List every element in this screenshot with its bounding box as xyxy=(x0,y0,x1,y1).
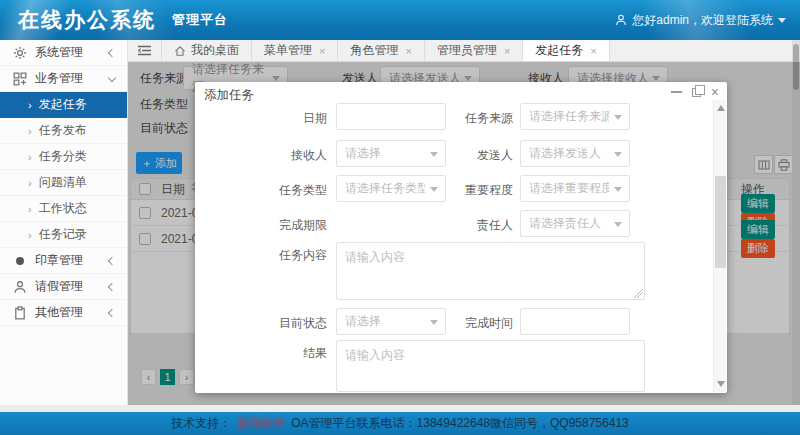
sidebar-item-label: 发起任务 xyxy=(39,96,87,113)
close-tab-icon[interactable]: × xyxy=(405,45,411,57)
sidebar-item-work-status[interactable]: › 工作状态 xyxy=(0,196,127,222)
seal-icon xyxy=(13,254,27,268)
footer-prefix: 技术支持： xyxy=(171,415,231,432)
select-placeholder: 请选择任务类型 xyxy=(345,180,425,197)
modal-header: 添加任务 × xyxy=(195,82,727,102)
tab-label: 发起任务 xyxy=(535,42,583,59)
close-tab-icon[interactable]: × xyxy=(319,45,325,57)
sidebar-item-label: 系统管理 xyxy=(35,44,83,61)
chevron-left-icon xyxy=(108,48,116,56)
sidebar-item-other[interactable]: 其他管理 xyxy=(0,300,127,326)
finish-time-input[interactable] xyxy=(520,308,630,335)
importance-select[interactable]: 请选择重要程度 xyxy=(520,175,630,202)
sidebar-item-issue-list[interactable]: › 问题清单 xyxy=(0,170,127,196)
sidebar-item-task-record[interactable]: › 任务记录 xyxy=(0,222,127,248)
close-icon[interactable]: × xyxy=(711,87,719,97)
field-label-deadline: 完成期限 xyxy=(231,217,327,234)
tab-admin-management[interactable]: 管理员管理 × xyxy=(425,40,523,61)
select-placeholder: 请选择 xyxy=(345,145,381,162)
sidebar-item-initiate-task[interactable]: › 发起任务 xyxy=(0,92,127,118)
select-caret-icon xyxy=(614,152,622,157)
sidebar-item-task-category[interactable]: › 任务分类 xyxy=(0,144,127,170)
tab-label: 角色管理 xyxy=(350,42,398,59)
close-tab-icon[interactable]: × xyxy=(504,45,510,57)
select-caret-icon xyxy=(614,222,622,227)
submenu-arrow-icon: › xyxy=(28,151,32,163)
tab-initiate-task[interactable]: 发起任务 × xyxy=(523,40,609,61)
chevron-left-icon xyxy=(108,308,116,316)
sidebar: 系统管理 业务管理 › 发起任务 › 任务发布 › 任务分类 › 问题清单 › … xyxy=(0,40,128,405)
sidebar-item-leave[interactable]: 请假管理 xyxy=(0,274,127,300)
source-select[interactable]: 请选择任务来源 xyxy=(520,103,630,130)
add-task-modal: 添加任务 × 日期 任务来源 请选择任务来源 接收人 请选择 发送人 请选择发送… xyxy=(195,82,727,393)
footer-contact: OA管理平台联系电话：13849422648微信同号，QQ958756413 xyxy=(291,415,628,432)
submenu-arrow-icon: › xyxy=(28,99,32,111)
select-placeholder: 请选择重要程度 xyxy=(529,180,609,197)
select-placeholder: 请选择责任人 xyxy=(529,215,601,232)
tab-label: 我的桌面 xyxy=(191,42,239,59)
field-label-owner: 责任人 xyxy=(417,217,513,234)
top-bar: 在线办公系统 管理平台 您好admin，欢迎登陆系统 xyxy=(0,0,800,40)
field-label-importance: 重要程度 xyxy=(417,182,513,199)
field-label-source: 任务来源 xyxy=(417,110,513,127)
scroll-up-icon[interactable] xyxy=(717,105,725,111)
sidebar-item-task-publish[interactable]: › 任务发布 xyxy=(0,118,127,144)
field-label-result: 结果 xyxy=(231,345,327,362)
minimize-icon[interactable] xyxy=(671,91,682,93)
submenu-arrow-icon: › xyxy=(28,229,32,241)
select-placeholder: 请选择任务来源 xyxy=(529,108,609,125)
sidebar-item-seal[interactable]: 印章管理 xyxy=(0,248,127,274)
clipboard-icon xyxy=(13,306,27,320)
sidebar-item-system[interactable]: 系统管理 xyxy=(0,40,127,66)
scrollbar-thumb[interactable] xyxy=(715,176,726,268)
sidebar-item-label: 任务记录 xyxy=(39,226,87,243)
select-placeholder: 请选择发送人 xyxy=(529,145,601,162)
select-caret-icon xyxy=(614,187,622,192)
tab-label: 管理员管理 xyxy=(437,42,497,59)
submenu-arrow-icon: › xyxy=(28,177,32,189)
tab-menu-management[interactable]: 菜单管理 × xyxy=(252,40,338,61)
field-label-date: 日期 xyxy=(231,110,327,127)
sidebar-item-label: 业务管理 xyxy=(35,70,83,87)
tab-role-management[interactable]: 角色管理 × xyxy=(338,40,424,61)
modal-title: 添加任务 xyxy=(204,87,254,104)
gear-icon xyxy=(13,46,27,60)
home-icon xyxy=(174,45,186,57)
owner-select[interactable]: 请选择责任人 xyxy=(520,210,630,237)
submenu-arrow-icon: › xyxy=(28,125,32,137)
field-label-finish-time: 完成时间 xyxy=(417,315,513,332)
modules-icon xyxy=(13,72,27,86)
pre-footer-strip xyxy=(0,405,800,412)
person-icon xyxy=(13,280,27,294)
tab-label: 菜单管理 xyxy=(264,42,312,59)
maximize-icon[interactable] xyxy=(692,88,701,97)
field-label-receiver: 接收人 xyxy=(231,147,327,164)
content-textarea[interactable] xyxy=(336,242,645,300)
tab-bar: 我的桌面 菜单管理 × 角色管理 × 管理员管理 × 发起任务 × xyxy=(128,40,792,62)
result-textarea[interactable] xyxy=(336,340,645,392)
user-greeting: 您好admin，欢迎登陆系统 xyxy=(632,12,773,29)
sidebar-item-label: 问题清单 xyxy=(39,174,87,191)
modal-scrollbar[interactable] xyxy=(713,100,726,392)
user-menu[interactable]: 您好admin，欢迎登陆系统 xyxy=(615,12,786,29)
sidebar-item-label: 任务分类 xyxy=(39,148,87,165)
sidebar-item-label: 工作状态 xyxy=(39,200,87,217)
chevron-left-icon xyxy=(108,256,116,264)
scroll-down-icon[interactable] xyxy=(717,381,725,387)
sidebar-item-business[interactable]: 业务管理 xyxy=(0,66,127,92)
select-caret-icon xyxy=(614,115,622,120)
footer-brand: 新翔软件 xyxy=(237,415,285,432)
sidebar-item-label: 印章管理 xyxy=(35,252,83,269)
collapse-sidebar-icon[interactable] xyxy=(128,40,162,61)
sender-select[interactable]: 请选择发送人 xyxy=(520,140,630,167)
field-label-sender: 发送人 xyxy=(417,147,513,164)
user-caret-icon xyxy=(778,18,786,23)
close-tab-icon[interactable]: × xyxy=(590,45,596,57)
field-label-type: 任务类型 xyxy=(231,182,327,199)
user-icon xyxy=(615,14,627,26)
sidebar-item-label: 请假管理 xyxy=(35,278,83,295)
chevron-left-icon xyxy=(108,282,116,290)
submenu-arrow-icon: › xyxy=(28,203,32,215)
sidebar-item-label: 其他管理 xyxy=(35,304,83,321)
tab-my-desktop[interactable]: 我的桌面 xyxy=(162,40,252,61)
